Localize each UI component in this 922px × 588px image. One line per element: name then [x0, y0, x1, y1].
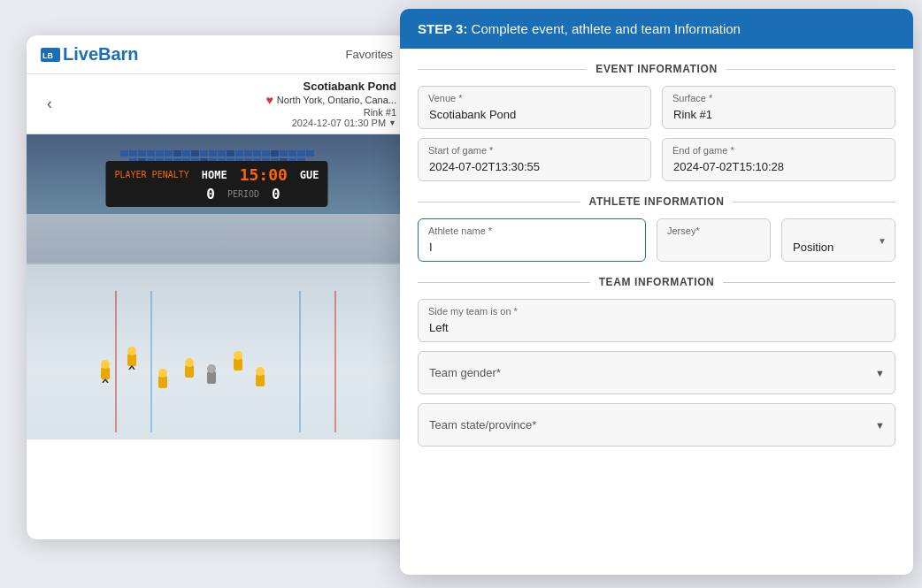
datetime-row: Start of game * End of game * [418, 138, 895, 181]
team-side-input[interactable] [418, 299, 895, 342]
svg-rect-14 [207, 371, 216, 384]
venue-surface-row: Venue * Surface * [418, 86, 895, 129]
athlete-name-field: Athlete name * [418, 218, 646, 262]
ice-surface [27, 263, 407, 439]
position-select-wrapper: Position Forward Defense Goalie [781, 218, 895, 262]
livebarn-logo-icon: LB [41, 48, 60, 62]
venue-name-display: Scotiabank Pond [62, 80, 396, 93]
jersey-input[interactable] [657, 218, 771, 262]
athlete-name-input[interactable] [418, 218, 646, 262]
team-divider-line-right [723, 282, 895, 283]
svg-text:LB: LB [42, 51, 53, 60]
rink-number-display: Rink #1 [62, 107, 396, 118]
dropdown-arrow-icon[interactable]: ▼ [388, 118, 396, 127]
player-7 [252, 365, 268, 393]
team-side-field-wrap: Side my team is on * [418, 299, 895, 342]
venue-input[interactable] [418, 86, 651, 129]
livebarn-logo: LB LiveBarn [41, 44, 139, 65]
player-4 [181, 356, 197, 385]
athlete-divider-line-right [733, 202, 895, 202]
svg-line-9 [132, 366, 134, 370]
favorites-link[interactable]: Favorites [346, 48, 393, 61]
datetime-display: 2024-12-07 01:30 PM [292, 118, 386, 128]
team-gender-select[interactable]: Team gender* Male Female Mixed [418, 351, 895, 394]
event-section-label: EVENT INFORMATION [595, 63, 717, 75]
player-5 [204, 363, 219, 391]
surface-field: Surface * [662, 86, 895, 129]
surface-input[interactable] [662, 86, 895, 129]
player-6 [230, 349, 246, 378]
svg-point-7 [127, 347, 136, 355]
athlete-divider-line-left [418, 202, 580, 202]
athlete-section-divider: ATHLETE INFORMATION [418, 195, 895, 208]
end-game-input[interactable] [662, 138, 895, 181]
svg-rect-6 [127, 354, 136, 366]
svg-rect-18 [256, 374, 265, 386]
divider-line-left [418, 69, 587, 70]
logo-text: LiveBarn [63, 44, 139, 65]
team-section-label: TEAM INFORMATION [599, 276, 715, 288]
bottom-spacer [418, 455, 895, 482]
player-2 [124, 345, 140, 373]
video-area: PLAYER PENALTY HOME 15:00 GUE 0 PERIOD 0 [27, 134, 407, 439]
team-state-select[interactable]: Team state/province* Ontario Quebec Brit… [418, 403, 895, 447]
venue-field: Venue * [418, 86, 651, 129]
svg-point-11 [158, 369, 167, 378]
position-select[interactable]: Position Forward Defense Goalie [781, 218, 895, 262]
back-icon: ‹ [47, 95, 52, 113]
form-header: STEP 3: Complete event, athlete and team… [400, 9, 913, 49]
team-gender-wrap: Team gender* Male Female Mixed [418, 351, 895, 394]
livebarn-panel: LB LiveBarn Favorites ‹ Scotiabank Pond … [27, 35, 407, 539]
svg-point-13 [185, 358, 194, 367]
svg-point-3 [101, 360, 110, 369]
step3-form-panel: STEP 3: Complete event, athlete and team… [400, 9, 913, 575]
team-section-divider: TEAM INFORMATION [418, 276, 895, 288]
svg-rect-16 [234, 358, 242, 370]
svg-point-19 [256, 367, 265, 376]
step-description: Complete event, athlete and team Informa… [472, 21, 741, 36]
venue-location-display: North York, Ontario, Cana... [277, 95, 396, 105]
team-state-wrap: Team state/province* Ontario Quebec Brit… [418, 403, 895, 447]
start-game-input[interactable] [418, 138, 651, 181]
scoreboard: PLAYER PENALTY HOME 15:00 GUE 0 PERIOD 0 [105, 161, 327, 207]
player-3 [155, 367, 171, 395]
form-body: EVENT INFORMATION Venue * Surface * Star… [400, 49, 913, 569]
livebarn-header: LB LiveBarn Favorites [27, 35, 407, 74]
end-game-field: End of game * [662, 138, 895, 181]
svg-point-17 [234, 351, 242, 360]
event-section-divider: EVENT INFORMATION [418, 63, 895, 75]
divider-line-right [726, 69, 895, 70]
athlete-section-label: ATHLETE INFORMATION [589, 195, 725, 208]
player-1 [97, 358, 113, 386]
team-divider-line-left [418, 282, 590, 283]
jersey-field: Jersey* [657, 218, 771, 262]
position-field: Position Forward Defense Goalie [781, 218, 895, 262]
step-label: STEP 3: [418, 21, 467, 36]
svg-rect-12 [185, 365, 194, 378]
svg-point-15 [207, 364, 216, 373]
svg-rect-2 [101, 367, 110, 379]
favorite-icon[interactable]: ♥ [266, 93, 273, 107]
svg-rect-10 [158, 376, 167, 388]
svg-line-5 [105, 379, 108, 383]
back-button[interactable]: ‹ [37, 92, 62, 117]
start-game-field: Start of game * [418, 138, 651, 181]
athlete-row: Athlete name * Jersey* Position Forward … [418, 218, 895, 262]
